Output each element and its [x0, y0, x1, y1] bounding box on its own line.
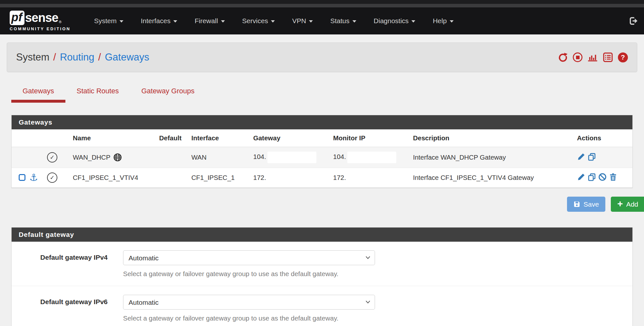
copy-icon[interactable] [588, 153, 596, 161]
gateway-online-icon: ✓ [47, 152, 57, 163]
gateway-name: CF1_IPSEC_1_VTIV4 [73, 174, 138, 181]
traffic-graph-icon[interactable] [587, 53, 598, 62]
monitor-ip: 104. [333, 153, 346, 160]
nav-item-services[interactable]: Services [234, 7, 284, 34]
globe-dynamic-icon [113, 153, 122, 162]
nav-menu: System Interfaces Firewall Services VPN … [85, 7, 462, 34]
breadcrumb-separator: / [53, 51, 56, 63]
breadcrumb-gateways-link[interactable]: Gateways [105, 51, 149, 63]
chevron-down-icon [352, 20, 356, 23]
gateway-ip: 104. [253, 153, 266, 160]
nav-item-status[interactable]: Status [322, 7, 365, 34]
default-gateway-panel-title: Default gateway [12, 228, 632, 242]
nav-item-label: System [94, 17, 117, 25]
breadcrumb: System / Routing / Gateways [16, 51, 149, 63]
col-interface: Interface [188, 129, 250, 147]
edit-icon[interactable] [577, 153, 585, 161]
chevron-down-icon [411, 20, 415, 23]
default-gateway-ipv4-label: Default gateway IPv4 [12, 250, 108, 261]
nav-item-label: VPN [292, 17, 306, 25]
copy-icon[interactable] [588, 173, 596, 181]
breadcrumb-system: System [16, 51, 49, 63]
default-gateway-ipv4-row: Default gateway IPv4 Automatic Select a … [12, 242, 632, 286]
chevron-down-icon [221, 20, 225, 23]
nav-item-firewall[interactable]: Firewall [186, 7, 233, 34]
tab-gateway-groups[interactable]: Gateway Groups [130, 81, 206, 103]
col-default: Default [156, 129, 188, 147]
disable-icon[interactable] [598, 173, 607, 181]
help-icon[interactable]: ? [618, 52, 628, 62]
gateways-panel: Gateways Name Default Interface Gateway … [11, 115, 633, 188]
nav-item-help[interactable]: Help [424, 7, 462, 34]
gateway-name: WAN_DHCP [73, 154, 111, 161]
gateway-ip: 172. [253, 174, 266, 181]
save-floppy-icon [573, 201, 580, 208]
sign-out-icon[interactable] [629, 16, 638, 26]
default-gateway-ipv6-row: Default gateway IPv6 Automatic Select a … [12, 286, 632, 326]
pfsense-logo-badge: pf [10, 11, 24, 25]
col-name: Name [70, 129, 156, 147]
default-gateway-ipv4-select[interactable]: Automatic [123, 250, 375, 265]
refresh-icon[interactable] [558, 52, 568, 62]
col-status [44, 129, 70, 147]
default-gateway-ipv6-select[interactable]: Automatic [123, 295, 375, 310]
routing-tabs: Gateways Static Routes Gateway Groups [11, 81, 633, 103]
gateway-description: Interface WAN_DHCP Gateway [410, 147, 574, 168]
registered-mark: ® [59, 20, 62, 24]
window-top-strip-2 [0, 4, 644, 7]
add-button[interactable]: + Add [611, 197, 644, 212]
nav-item-label: Services [242, 17, 268, 25]
col-monitor: Monitor IP [330, 129, 410, 147]
delete-icon[interactable] [609, 173, 617, 181]
default-gateway-ipv6-help: Select a gateway or failover gateway gro… [123, 314, 375, 322]
monitor-ip: 172. [333, 174, 346, 181]
pfsense-tagline: COMMUNITY EDITION [10, 26, 71, 31]
gateway-default [156, 168, 188, 188]
breadcrumb-routing-link[interactable]: Routing [60, 51, 94, 63]
col-description: Description [410, 129, 574, 147]
nav-item-label: Interfaces [141, 17, 170, 25]
gateways-panel-title: Gateways [12, 115, 632, 129]
pfsense-logo-name: sense [25, 11, 58, 25]
add-button-label: Add [626, 200, 638, 208]
edit-icon[interactable] [577, 173, 585, 181]
plus-icon: + [617, 199, 623, 209]
nav-item-label: Help [433, 17, 447, 25]
nav-item-diagnostics[interactable]: Diagnostics [365, 7, 424, 34]
chevron-down-icon [120, 20, 123, 23]
gateway-description: Interface CF1_IPSEC_1_VTIV4 Gateway [410, 168, 574, 188]
col-actions: Actions [574, 129, 632, 147]
gateways-table: Name Default Interface Gateway Monitor I… [12, 129, 632, 188]
nav-item-label: Diagnostics [374, 17, 409, 25]
status-logs-icon[interactable] [603, 52, 613, 62]
gateway-default [156, 147, 188, 168]
chevron-down-icon [309, 20, 313, 23]
breadcrumb-separator: / [98, 51, 101, 63]
redaction-box [347, 152, 396, 163]
nav-item-system[interactable]: System [85, 7, 132, 34]
chevron-down-icon [450, 20, 454, 23]
window-top-strip [0, 0, 644, 4]
tab-static-routes[interactable]: Static Routes [65, 81, 130, 103]
nav-item-vpn[interactable]: VPN [284, 7, 322, 34]
redaction-box [267, 152, 316, 163]
nav-item-label: Status [330, 17, 350, 25]
anchor-icon[interactable]: ⚓ [29, 173, 38, 182]
breadcrumb-bar: System / Routing / Gateways [7, 42, 637, 72]
chevron-down-icon [271, 20, 275, 23]
default-gateway-ipv6-label: Default gateway IPv6 [12, 295, 108, 306]
actions-bar: Save + Add [0, 197, 644, 212]
row-checkbox[interactable] [19, 174, 25, 181]
table-row-wan-dhcp: ✓ WAN_DHCP WAN [12, 147, 632, 168]
main-navbar: pf sense ® COMMUNITY EDITION System Inte… [0, 7, 644, 34]
save-button[interactable]: Save [567, 197, 605, 212]
default-gateway-panel: Default gateway Default gateway IPv4 Aut… [11, 227, 633, 326]
tab-gateways[interactable]: Gateways [11, 81, 65, 103]
col-select [12, 129, 44, 147]
table-row-cf1-ipsec: ⚓ ✓ CF1_IPSEC_1_VTIV4 CF1_IPSEC_1 172. 1… [12, 168, 632, 188]
stop-service-icon[interactable] [573, 52, 582, 62]
nav-item-label: Firewall [195, 17, 218, 25]
chevron-down-icon [173, 20, 177, 23]
nav-item-interfaces[interactable]: Interfaces [132, 7, 186, 34]
pfsense-logo[interactable]: pf sense ® COMMUNITY EDITION [10, 11, 71, 31]
